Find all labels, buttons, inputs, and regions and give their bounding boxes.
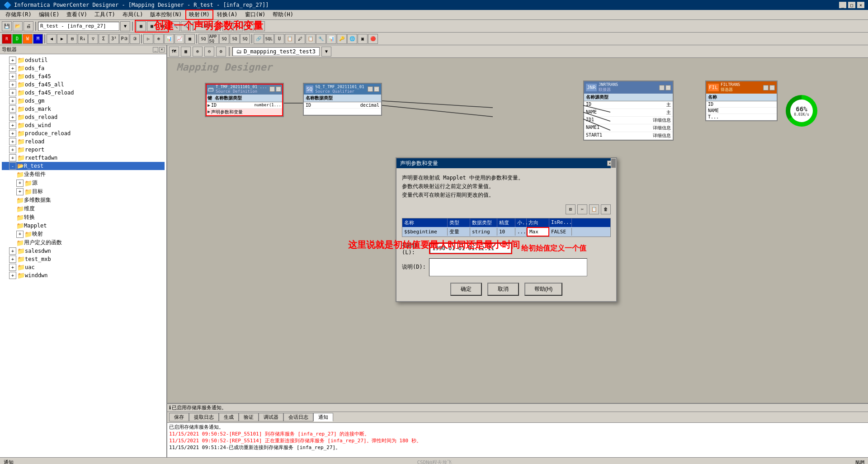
source-box-min[interactable]: _ — [269, 86, 275, 92]
tb-icon-4[interactable]: 🔍 — [170, 21, 180, 31]
maximize-button[interactable]: □ — [848, 2, 855, 8]
expand-ods-fa[interactable]: + — [9, 65, 16, 72]
tb2-icon-17[interactable]: 📈 — [175, 34, 184, 44]
expand-report[interactable]: + — [9, 146, 16, 153]
rt-icon-4[interactable]: ⊖ — [204, 47, 214, 57]
print-button[interactable]: 🖨 — [24, 21, 33, 31]
tb2-icon-7[interactable]: ⊞ — [67, 34, 77, 44]
dialog-ok-button[interactable]: 确定 — [450, 283, 482, 296]
tb-icon-6[interactable]: ↗ — [222, 21, 232, 31]
tree-item-rxetftadwn[interactable]: + 📁 rxetftadwn — [2, 154, 165, 162]
expand-r-test[interactable]: - — [9, 162, 16, 170]
dg-cell-direction[interactable]: Max — [527, 227, 549, 237]
tree-item-produce-reload[interactable]: + 📁 produce_reload — [2, 129, 165, 137]
tb2-icon-16[interactable]: 📊 — [164, 34, 174, 44]
sq-box-max[interactable]: □ — [374, 86, 379, 92]
expand-rxetftadwn[interactable]: + — [9, 154, 16, 161]
menu-help[interactable]: 帮助(H) — [269, 10, 297, 19]
tree-item-odsutil[interactable]: + 📁 odsutil — [2, 56, 165, 64]
tree-item-dimension[interactable]: 📁 维度 — [2, 204, 165, 213]
expand-mapping[interactable]: + — [16, 231, 24, 238]
tb2-icon-35[interactable]: 🔴 — [368, 34, 378, 44]
tb2-icon-6[interactable]: ▶ — [57, 34, 67, 44]
scrollbar-thumb[interactable] — [611, 159, 616, 168]
tree-item-udf[interactable]: 📁 用户定义的函数 — [2, 238, 165, 247]
dialog-cancel-button[interactable]: 取消 — [487, 283, 519, 296]
expand-ods-mark[interactable]: + — [9, 105, 16, 113]
tb2-icon-29[interactable]: 📋 — [306, 34, 316, 44]
menu-view[interactable]: 查看(V) — [63, 10, 91, 19]
expand-ods-fa45-reload[interactable]: + — [9, 89, 16, 96]
tree-item-mapplet[interactable]: 📁 Mapplet — [2, 222, 165, 230]
menu-mapping[interactable]: 映射(M) — [185, 9, 213, 20]
dropdown-arrow[interactable]: ▼ — [120, 21, 130, 31]
mapping-tab[interactable]: 🗂 D_mappping_test2_test3 — [232, 47, 320, 56]
tb2-icon-11[interactable]: 3² — [109, 34, 119, 44]
tb2-icon-27[interactable]: 📋 — [285, 34, 295, 44]
log-tab-save[interactable]: 保存 — [169, 413, 189, 421]
expand-winddwn[interactable]: + — [9, 272, 16, 279]
tree-item-reload[interactable]: + 📁 reload — [2, 137, 165, 146]
expand-ods-reload[interactable]: + — [9, 114, 16, 121]
expand-ods-wind[interactable]: + — [9, 122, 16, 129]
tb2-icon-18[interactable]: ▦ — [185, 34, 195, 44]
expand-ods-fa45-all[interactable]: + — [9, 81, 16, 88]
nav-close[interactable]: × — [159, 47, 165, 52]
filter-box-max[interactable]: □ — [769, 85, 775, 90]
tree-item-multidim[interactable]: 📁 多维数据集 — [2, 196, 165, 204]
dialog-tb-cut[interactable]: ✂ — [577, 204, 587, 214]
close-button[interactable]: × — [857, 2, 864, 8]
tb2-icon-34[interactable]: ▣ — [358, 34, 368, 44]
tree-item-ods-reload[interactable]: + 📁 ods_reload — [2, 113, 165, 121]
tb2-icon-10[interactable]: Σ — [99, 34, 108, 44]
tb-icon-2[interactable]: ▩ — [147, 21, 157, 31]
menu-tools[interactable]: 工具(T) — [91, 10, 119, 19]
rt-icon-3[interactable]: ⊕ — [193, 47, 203, 57]
open-button[interactable]: 📂 — [13, 21, 23, 31]
tb2-icon-9[interactable]: ▽ — [88, 34, 98, 44]
tb2-icon-26[interactable]: U — [274, 34, 284, 44]
dialog-grid-row[interactable]: $$begintime 变量 string 10 ... Max FALSE — [402, 227, 610, 237]
menu-layout[interactable]: 布局(L) — [119, 10, 147, 19]
tb2-icon-12[interactable]: P③ — [119, 34, 129, 44]
tree-item-test-mxb[interactable]: + 📁 test_mxb — [2, 255, 165, 263]
menu-version[interactable]: 版本控制(N) — [146, 10, 185, 19]
tb-icon-3[interactable]: ▤ — [158, 21, 168, 31]
tree-item-ods-fa45-reload[interactable]: + 📁 ods_fa45_reload — [2, 89, 165, 97]
tb2-icon-13[interactable]: ③ — [130, 34, 140, 44]
tb2-icon-1[interactable]: R — [2, 34, 12, 44]
source-box-max[interactable]: □ — [276, 86, 281, 92]
dialog-tb-paste[interactable]: 📋 — [589, 204, 599, 214]
mapping-selector[interactable]: R_test - [infa_rep_27] — [38, 22, 119, 31]
expand-source[interactable]: + — [16, 180, 24, 187]
log-tab-extract[interactable]: 提取日志 — [189, 413, 219, 421]
tb2-icon-21[interactable]: SQ — [219, 34, 229, 44]
tree-item-target[interactable]: + 📁 目标 — [2, 187, 165, 196]
tree-item-business[interactable]: 📁 业务组件 — [2, 170, 165, 179]
tb2-icon-33[interactable]: 🌐 — [347, 34, 357, 44]
log-tab-validate[interactable]: 验证 — [239, 413, 259, 421]
rt-icon-2[interactable]: ▦ — [181, 47, 191, 57]
rt-icon-5[interactable]: ⚙ — [216, 47, 226, 57]
tb2-icon-30[interactable]: 🔧 — [316, 34, 326, 44]
tb2-icon-22[interactable]: SQ — [230, 34, 240, 44]
tb2-icon-24[interactable]: 🔗 — [254, 34, 264, 44]
expand-produce-reload[interactable]: + — [9, 130, 16, 137]
dialog-tb-copy[interactable]: ⊞ — [566, 204, 576, 214]
tree-item-mapping[interactable]: + 📁 映射 — [2, 230, 165, 238]
tb2-icon-14[interactable]: ▷ — [143, 34, 153, 44]
tree-item-salesdwn[interactable]: + 📁 salesdwn — [2, 247, 165, 255]
tb-icon-8[interactable]: ⊞ — [244, 21, 254, 31]
expand-uac[interactable]: + — [9, 264, 16, 271]
save-button[interactable]: 💾 — [2, 21, 12, 31]
tb2-icon-28[interactable]: 🖊 — [295, 34, 305, 44]
tb-icon-5[interactable]: 🔍 — [181, 21, 191, 31]
tree-item-uac[interactable]: + 📁 uac — [2, 263, 165, 271]
tree-item-ods-fa45-all[interactable]: + 📁 ods_fa45_all — [2, 80, 165, 89]
log-tab-generate[interactable]: 生成 — [219, 413, 239, 421]
tb2-icon-8[interactable]: R↓ — [78, 34, 88, 44]
tree-item-r-test[interactable]: - 📂 R_test — [2, 162, 165, 170]
tree-item-report[interactable]: + 📁 report — [2, 146, 165, 154]
initial-value-input[interactable] — [430, 243, 511, 253]
expand-ods-fa45[interactable]: + — [9, 73, 16, 80]
